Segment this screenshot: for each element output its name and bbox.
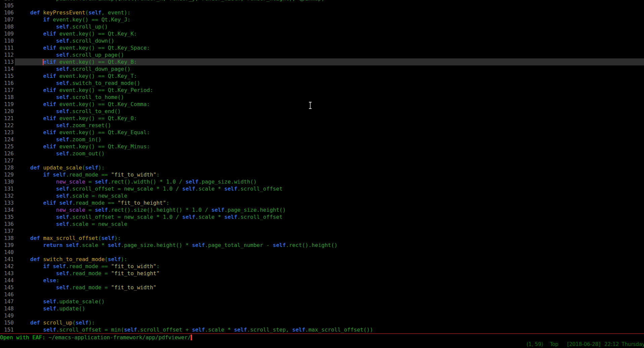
code-line[interactable]: 115 elif event.key() == Qt.Key_T:: [0, 72, 644, 80]
code-line[interactable]: 125 elif event.key() == Qt.Key_Minus:: [0, 143, 644, 150]
code-line[interactable]: 112 self.scroll_up_page(): [0, 51, 644, 58]
line-number: 139: [0, 242, 14, 249]
code-line[interactable]: 120 self.scroll_to_end(): [0, 108, 644, 115]
code-line[interactable]: 123 elif event.key() == Qt.Key_Equal:: [0, 129, 644, 136]
code-text: def scroll_up(self):: [17, 319, 95, 326]
code-line[interactable]: 122 self.zoom_reset(): [0, 122, 644, 129]
code-line[interactable]: 149: [0, 312, 644, 319]
code-line[interactable]: 128 def update_scale(self):: [0, 164, 644, 171]
line-number: 138: [0, 235, 14, 242]
code-line[interactable]: 118 self.scroll_to_home(): [0, 94, 644, 101]
code-line[interactable]: 147 self.update_scale(): [0, 298, 644, 305]
code-line[interactable]: 144 else:: [0, 277, 644, 284]
code-line[interactable]: 140: [0, 249, 644, 256]
line-number: 145: [0, 284, 14, 291]
code-line[interactable]: 126 self.zoom_out(): [0, 150, 644, 157]
tray-weekday: Thursday: [622, 341, 644, 348]
code-text: painter.drawPixmap(QRect(render_x, rende…: [17, 0, 325, 2]
code-text: self.update(): [17, 305, 85, 312]
line-number: 129: [0, 171, 14, 178]
line-number: 117: [0, 87, 14, 94]
line-number: 122: [0, 122, 14, 129]
minibuffer[interactable]: Open with EAF: ~/emacs-application-frame…: [0, 334, 644, 341]
code-line[interactable]: 133 elif self.read_mode == "fit_to_heigh…: [0, 199, 644, 206]
tray-cursor-position: (1, 59): [526, 341, 543, 348]
code-line[interactable]: 110 self.scroll_down(): [0, 37, 644, 44]
code-line[interactable]: 130 new_scale = self.rect().width() * 1.…: [0, 178, 644, 185]
status-tray: (1, 59)Top[2018-06-28]22:12Thursday: [526, 341, 644, 348]
line-number: 126: [0, 150, 14, 157]
code-text: self.update_scale(): [17, 298, 105, 305]
code-line[interactable]: 135 self.scroll_offset = new_scale * 1.0…: [0, 213, 644, 220]
code-line[interactable]: 114 self.scroll_down_page(): [0, 65, 644, 72]
line-number: 125: [0, 143, 14, 150]
code-line[interactable]: 119 elif event.key() == Qt.Key_Comma:: [0, 101, 644, 108]
line-number: 136: [0, 220, 14, 228]
code-line[interactable]: 116 self.switch_to_read_mode(): [0, 80, 644, 87]
line-number: 130: [0, 178, 14, 185]
line-number: 105: [0, 2, 14, 9]
code-text: self.scale = new_scale: [17, 192, 128, 199]
mouse-ibeam-pointer: [308, 102, 313, 109]
code-line[interactable]: 151 self.scroll_offset = min(self.scroll…: [0, 326, 644, 333]
code-line[interactable]: 106 def keyPressEvent(self, event):: [0, 9, 644, 16]
code-text: elif event.key() == Qt.Key_Comma:: [17, 101, 150, 108]
code-text: def keyPressEvent(self, event):: [17, 9, 131, 16]
code-line[interactable]: 143 self.read_mode = "fit_to_height": [0, 270, 644, 277]
code-line[interactable]: 139 return self.scale * self.page_size.h…: [0, 242, 644, 249]
minibuffer-cursor: [191, 335, 192, 340]
code-line[interactable]: 146: [0, 291, 644, 298]
code-line[interactable]: 134 new_scale = self.rect().size().heigh…: [0, 206, 644, 213]
code-line[interactable]: 137: [0, 228, 644, 235]
line-number: 137: [0, 228, 14, 235]
code-text: def update_scale(self):: [17, 164, 105, 171]
code-line[interactable]: 150 def scroll_up(self):: [0, 319, 644, 326]
line-number: 112: [0, 51, 14, 58]
code-text: elif event.key() == Qt.Key_0:: [17, 115, 137, 122]
code-line[interactable]: 132 self.scale = new_scale: [0, 192, 644, 199]
code-line[interactable]: 129 if self.read_mode == "fit_to_width":: [0, 171, 644, 178]
code-text: self.scale = new_scale: [17, 220, 128, 228]
line-number: 128: [0, 164, 14, 171]
line-number: 146: [0, 291, 14, 298]
code-line[interactable]: 131 self.scroll_offset = new_scale * 1.0…: [0, 185, 644, 192]
code-text: if self.read_mode == "fit_to_width":: [17, 171, 160, 178]
code-line[interactable]: 121 elif event.key() == Qt.Key_0:: [0, 115, 644, 122]
code-text: self.scroll_up_page(): [17, 51, 124, 58]
line-number: 131: [0, 185, 14, 192]
code-buffer[interactable]: 104 painter.drawPixmap(QRect(render_x, r…: [0, 0, 644, 333]
line-number: 132: [0, 192, 14, 199]
line-number: 134: [0, 206, 14, 213]
code-line[interactable]: 141 def switch_to_read_mode(self):: [0, 256, 644, 263]
line-number: 115: [0, 72, 14, 80]
tray-date: [2018-06-28]: [567, 341, 600, 348]
minibuffer-input[interactable]: ~/emacs-application-framework/app/pdfvie…: [49, 334, 191, 341]
line-number: 147: [0, 298, 14, 305]
code-line[interactable]: 145 self.read_mode = "fit_to_width": [0, 284, 644, 291]
line-number: 120: [0, 108, 14, 115]
code-text: self.scroll_offset = new_scale * 1.0 / s…: [17, 213, 283, 220]
code-line[interactable]: 117 elif event.key() == Qt.Key_Period:: [0, 87, 644, 94]
code-text: elif event.key() == Qt.Key_B:: [17, 58, 137, 65]
code-line[interactable]: 138 def max_scroll_offset(self):: [0, 235, 644, 242]
code-text: else:: [17, 277, 59, 284]
code-line[interactable]: 105: [0, 2, 644, 9]
code-line[interactable]: 124 self.zoom_in(): [0, 136, 644, 143]
code-text: def max_scroll_offset(self):: [17, 235, 121, 242]
code-line[interactable]: 142 if self.read_mode == "fit_to_width":: [0, 263, 644, 270]
code-line[interactable]: 136 self.scale = new_scale: [0, 220, 644, 228]
code-text: self.scroll_to_home(): [17, 94, 124, 101]
code-line[interactable]: 107 if event.key() == Qt.Key_J:: [0, 16, 644, 23]
code-text: if self.read_mode == "fit_to_width":: [17, 263, 160, 270]
code-text: self.scroll_offset = new_scale * 1.0 / s…: [17, 185, 283, 192]
code-text: self.read_mode = "fit_to_height": [17, 270, 160, 277]
line-number: 140: [0, 249, 14, 256]
code-line[interactable]: 109 elif event.key() == Qt.Key_K:: [0, 30, 644, 37]
code-text: elif event.key() == Qt.Key_Equal:: [17, 129, 150, 136]
code-line[interactable]: 113 elif event.key() == Qt.Key_B:: [0, 58, 644, 65]
code-line[interactable]: 127: [0, 157, 644, 164]
line-number: 123: [0, 129, 14, 136]
code-line[interactable]: 108 self.scroll_up(): [0, 23, 644, 30]
code-line[interactable]: 148 self.update(): [0, 305, 644, 312]
code-line[interactable]: 111 elif event.key() == Qt.Key_Space:: [0, 44, 644, 51]
